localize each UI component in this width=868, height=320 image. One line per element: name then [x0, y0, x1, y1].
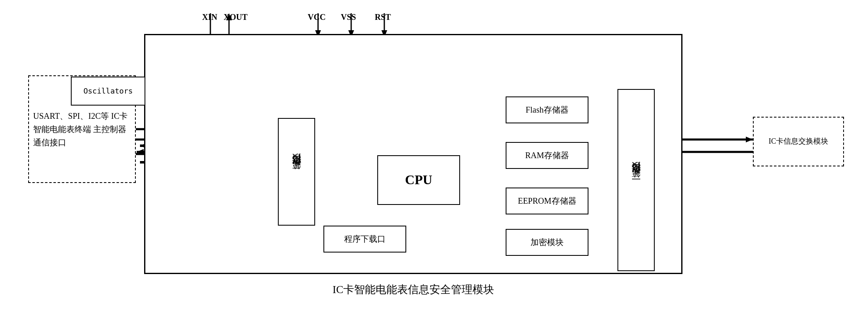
encrypt-module-box: 加密模块 [506, 229, 588, 256]
xin-label: XIN [202, 12, 217, 22]
right-dashed-box: IC卡信息交换模块 [753, 117, 844, 166]
diagram: USART、SPI、I2C等 IC卡智能电能表终端 主控制器通信接口 XIN X… [20, 9, 848, 311]
left-interface-label: USART、SPI、I2C等 IC卡智能电能表终端 主控制器通信接口 [33, 109, 131, 149]
cpu-label: CPU [405, 172, 432, 188]
svg-marker-32 [137, 149, 144, 155]
oscillators-label: Oscillators [83, 87, 133, 95]
ram-storage-box: RAM存储器 [506, 142, 588, 169]
svg-marker-54 [746, 137, 753, 142]
main-module-box: Oscillators 第二数据接口 CPU 程序下载口 Flash存储器 RA… [144, 34, 682, 274]
flash-label: Flash存储器 [526, 104, 568, 115]
vcc-label: VCC [308, 12, 326, 22]
ram-label: RAM存储器 [525, 150, 569, 161]
right-dashed-label: IC卡信息交换模块 [769, 136, 828, 147]
second-data-label: 第二数据接口 [290, 167, 303, 177]
rst-label: RST [375, 12, 391, 22]
diagram-title: IC卡智能电能表信息安全管理模块 [144, 282, 682, 297]
encrypt-label: 加密模块 [530, 237, 564, 248]
vss-label: VSS [341, 12, 356, 22]
cpu-box: CPU [377, 155, 460, 205]
oscillators-box: Oscillators [71, 77, 145, 106]
program-download-box: 程序下载口 [323, 226, 406, 253]
first-data-interface: 第一数据接口 [617, 89, 655, 271]
flash-storage-box: Flash存储器 [506, 96, 588, 123]
first-data-label: 第一数据接口 [630, 175, 642, 185]
xout-label: XOUT [224, 12, 248, 22]
prog-download-label: 程序下载口 [344, 233, 386, 245]
eeprom-label: EEPROM存储器 [518, 195, 576, 207]
second-data-interface: 第二数据接口 [278, 118, 315, 226]
eeprom-storage-box: EEPROM存储器 [506, 188, 588, 214]
